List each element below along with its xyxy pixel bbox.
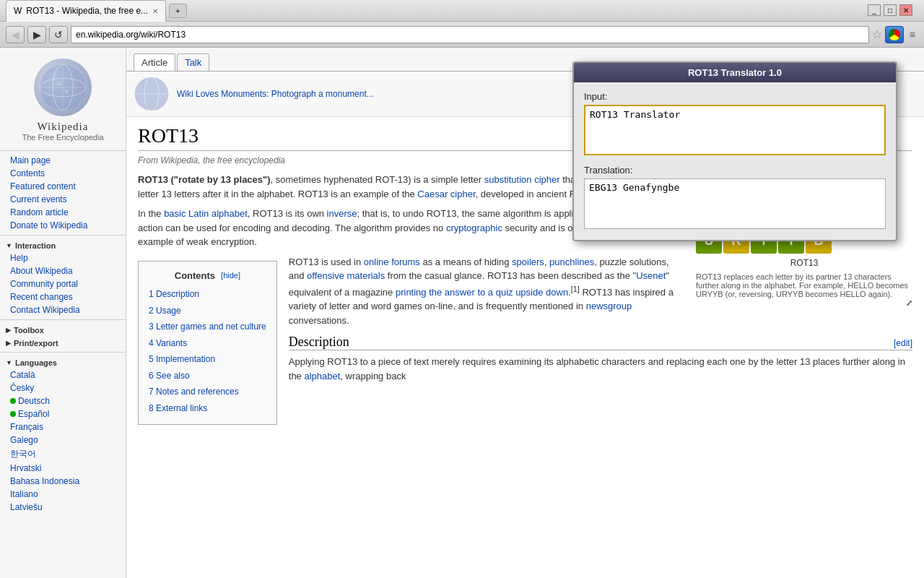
interaction-toggle[interactable]: ▼ Interaction xyxy=(0,238,126,251)
espanol-dot xyxy=(10,411,16,417)
plugin-button[interactable] xyxy=(885,26,904,43)
browser-toolbar: ◀ ▶ ↺ ☆ ≡ xyxy=(0,22,924,48)
minimize-button[interactable]: _ xyxy=(868,4,881,16)
wiki-title: Wikipedia xyxy=(7,121,118,133)
sidebar-lang-bahasa[interactable]: Bahasa Indonesia xyxy=(0,475,126,488)
link-caesar-cipher[interactable]: Caesar cipher xyxy=(417,189,475,199)
banner-globe xyxy=(134,76,170,112)
sidebar-lang-espanol[interactable]: Español xyxy=(0,407,126,420)
translator-output[interactable]: EBG13 Genafyngbe xyxy=(584,178,886,229)
sidebar-item-donate[interactable]: Donate to Wikipedia xyxy=(0,219,126,232)
link-offensive[interactable]: offensive materials xyxy=(307,270,385,281)
sidebar-item-community[interactable]: Community portal xyxy=(0,277,126,290)
languages-toggle[interactable]: ▼ Languages xyxy=(0,355,126,368)
link-inverse[interactable]: inverse xyxy=(327,208,357,219)
description-edit-link[interactable]: [edit] xyxy=(894,338,912,348)
sidebar-item-mainpage[interactable]: Main page xyxy=(0,154,126,167)
tab-article[interactable]: Article xyxy=(134,53,175,71)
contents-link-8[interactable]: 8 External links xyxy=(149,403,207,413)
back-button[interactable]: ◀ xyxy=(6,26,25,43)
link-online-forums[interactable]: online forums xyxy=(364,256,420,267)
expand-icon[interactable]: ⤢ xyxy=(906,298,912,308)
sidebar-lang-galego[interactable]: Galego xyxy=(0,434,126,447)
link-usenet[interactable]: Usenet xyxy=(636,270,666,281)
sidebar-item-help[interactable]: Help xyxy=(0,251,126,264)
lang-triangle: ▼ xyxy=(6,359,12,366)
new-tab-button[interactable]: + xyxy=(169,4,186,18)
input-label: Input: xyxy=(584,91,886,102)
bookmark-button[interactable]: ☆ xyxy=(872,27,882,41)
contents-link-3[interactable]: 3 Letter games and net culture xyxy=(149,322,266,332)
contents-item-1: 1 Description xyxy=(149,287,266,301)
contents-title: Contents xyxy=(175,269,215,283)
close-button[interactable]: ✕ xyxy=(899,4,912,16)
svg-text:φ: φ xyxy=(65,88,69,94)
sidebar-lang-catala[interactable]: Català xyxy=(0,368,126,381)
browser-titlebar: W ROT13 - Wikipedia, the free e... ✕ + _… xyxy=(0,0,924,22)
p1-bold: ROT13 ("rotate by 13 places") xyxy=(138,174,271,185)
maximize-button[interactable]: □ xyxy=(884,4,897,16)
sidebar-item-featured[interactable]: Featured content xyxy=(0,180,126,193)
sidebar-lang-hrvatski[interactable]: Hrvatski xyxy=(0,462,126,475)
sidebar-lang-cesky[interactable]: Česky xyxy=(0,381,126,394)
address-bar[interactable] xyxy=(71,26,869,43)
sidebar-lang-deutsch[interactable]: Deutsch xyxy=(0,394,126,407)
link-cryptographic[interactable]: cryptographic xyxy=(446,223,502,233)
tab-talk[interactable]: Talk xyxy=(177,53,209,71)
output-label: Translation: xyxy=(584,165,886,176)
sidebar-lang-latviesu[interactable]: Latviešu xyxy=(0,501,126,514)
sidebar-item-random[interactable]: Random article xyxy=(0,206,126,219)
contents-box: Contents [hide] 1 Description 2 Usage 3 … xyxy=(138,261,277,426)
close-tab-button[interactable]: ✕ xyxy=(152,7,158,15)
link-quiz[interactable]: printing the answer to a quiz upside dow… xyxy=(396,287,568,298)
contents-link-5[interactable]: 5 Implementation xyxy=(149,354,215,364)
menu-button[interactable]: ≡ xyxy=(907,27,918,42)
contents-item-2: 2 Usage xyxy=(149,303,266,318)
sidebar-divider-2 xyxy=(0,235,126,236)
toolbox-toggle[interactable]: ▶ Toolbox xyxy=(0,323,126,336)
wiki-globe: ω φ xyxy=(34,59,92,116)
contents-link-2[interactable]: 2 Usage xyxy=(149,306,181,316)
link-basic-latin[interactable]: basic Latin alphabet xyxy=(164,208,248,219)
sidebar-item-about[interactable]: About Wikipedia xyxy=(0,264,126,277)
sidebar-item-recentchanges[interactable]: Recent changes xyxy=(0,290,126,303)
refresh-button[interactable]: ↺ xyxy=(49,26,68,43)
browser-tab[interactable]: W ROT13 - Wikipedia, the free e... ✕ xyxy=(6,0,166,22)
print-toggle[interactable]: ▶ Print/export xyxy=(0,336,126,349)
translator-input[interactable]: ROT13 Translator xyxy=(584,105,886,155)
contents-hide-button[interactable]: [hide] xyxy=(221,269,240,282)
rot13-caption: ROT13 replaces each letter by its partne… xyxy=(696,272,912,298)
contents-link-6[interactable]: 6 See also xyxy=(149,371,190,381)
popup-title: ROT13 Translator 1.0 xyxy=(688,67,782,78)
link-newsgroup[interactable]: newsgroup xyxy=(586,301,632,311)
popup-titlebar: ROT13 Translator 1.0 xyxy=(574,63,896,82)
link-punchlines[interactable]: punchlines xyxy=(549,256,594,267)
sidebar-item-contents[interactable]: Contents xyxy=(0,167,126,180)
wiki-logo: ω φ Wikipedia The Free Encyclopedia xyxy=(0,48,126,147)
sidebar-item-currentevents[interactable]: Current events xyxy=(0,193,126,206)
sidebar-lang-korean[interactable]: 한국어 xyxy=(0,447,126,462)
contents-link-4[interactable]: 4 Variants xyxy=(149,338,187,348)
banner-link[interactable]: Wiki Loves Monuments: Photograph a monum… xyxy=(177,89,374,99)
window-controls: _ □ ✕ xyxy=(862,0,918,22)
globe-svg: ω φ xyxy=(38,62,88,113)
deutsch-dot xyxy=(10,398,16,404)
wiki-subtitle: The Free Encyclopedia xyxy=(7,133,118,142)
contents-item-3: 3 Letter games and net culture xyxy=(149,319,266,334)
link-substitution-cipher[interactable]: substitution cipher xyxy=(484,174,560,185)
forward-button[interactable]: ▶ xyxy=(27,26,46,43)
sidebar-lang-italiano[interactable]: Italiano xyxy=(0,488,126,501)
translator-popup: ROT13 Translator 1.0 Input: ROT13 Transl… xyxy=(572,61,897,241)
contents-link-7[interactable]: 7 Notes and references xyxy=(149,387,239,397)
contents-link-1[interactable]: 1 Description xyxy=(149,289,199,299)
link-alphabet[interactable]: alphabet xyxy=(304,371,340,381)
sidebar-divider-4 xyxy=(0,352,126,353)
plugin-icon xyxy=(889,29,900,40)
contents-item-8: 8 External links xyxy=(149,401,266,415)
banner-globe-svg xyxy=(134,76,170,112)
contents-list: 1 Description 2 Usage 3 Letter games and… xyxy=(149,287,266,415)
sidebar-item-contact[interactable]: Contact Wikipedia xyxy=(0,303,126,316)
link-spoilers[interactable]: spoilers xyxy=(512,256,544,267)
sidebar-lang-francais[interactable]: Français xyxy=(0,420,126,434)
toolbox-label: Toolbox xyxy=(14,326,44,335)
